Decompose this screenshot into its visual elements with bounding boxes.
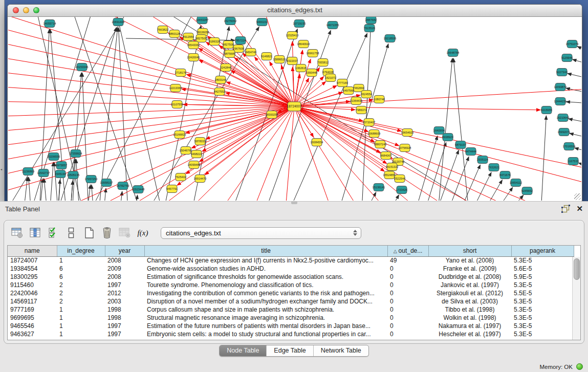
- graph-node-selected[interactable]: 14099489: [188, 161, 201, 169]
- table-row[interactable]: 977716911998Corpus callosum shape and si…: [8, 305, 574, 314]
- graph-node[interactable]: 7632621: [488, 164, 499, 171]
- graph-node-selected[interactable]: 3624554: [361, 91, 372, 98]
- graph-node[interactable]: 9466161: [256, 18, 268, 26]
- graph-node[interactable]: 10653287: [196, 17, 209, 24]
- table-row[interactable]: 911546021997Tourette syndrome. Phenomeno…: [8, 281, 574, 289]
- graph-node[interactable]: 16210643: [557, 114, 570, 122]
- delete-column-button[interactable]: [100, 226, 114, 240]
- window-titlebar[interactable]: citations_edges.txt: [8, 5, 582, 17]
- graph-node[interactable]: 2887682: [365, 17, 377, 24]
- graph-node-selected[interactable]: 22420046: [187, 54, 200, 61]
- graph-node[interactable]: 15992071: [558, 128, 571, 136]
- graph-node-selected[interactable]: 9875685: [224, 50, 235, 58]
- graph-node-selected[interactable]: 2718176: [175, 69, 186, 77]
- graph-node-selected[interactable]: 10107554: [171, 101, 184, 108]
- graph-node[interactable]: 8938923: [442, 134, 453, 141]
- graph-node[interactable]: 14671355: [326, 21, 339, 29]
- graph-node[interactable]: 15136141: [373, 184, 385, 191]
- graph-node[interactable]: 8471676: [499, 171, 511, 179]
- table-row[interactable]: 1456911722003Disruption of a novel membe…: [8, 297, 574, 305]
- graph-node-selected[interactable]: 9457791: [166, 185, 178, 193]
- graph-node[interactable]: 10719155: [293, 20, 306, 28]
- table-row[interactable]: 1830029562008Estimation of significance …: [8, 273, 574, 281]
- tab-edge-table[interactable]: Edge Table: [267, 345, 313, 356]
- graph-node-selected[interactable]: 16151322: [386, 163, 399, 171]
- graph-node-selected[interactable]: 3242844: [220, 64, 231, 72]
- graph-node-selected[interactable]: 16543362: [187, 41, 200, 49]
- graph-node-selected[interactable]: 19384554: [311, 139, 323, 146]
- table-row[interactable]: 1938455462009Genome-wide association stu…: [8, 265, 574, 273]
- table-mode-button[interactable]: [10, 226, 25, 240]
- graph-node-selected[interactable]: 9146821: [261, 53, 272, 60]
- graph-node-selected[interactable]: 7625402: [175, 173, 186, 181]
- graph-node[interactable]: 10654112: [510, 179, 522, 187]
- graph-node-selected[interactable]: 18807243: [374, 141, 387, 148]
- graph-node[interactable]: 15751074: [566, 40, 579, 48]
- window-resize-grip[interactable]: [574, 193, 581, 200]
- graph-node-selected[interactable]: 9860128: [169, 30, 180, 38]
- float-panel-icon[interactable]: [561, 205, 570, 213]
- graph-node-selected[interactable]: 10688609: [368, 130, 381, 138]
- graph-node-selected[interactable]: 1080748: [374, 96, 385, 103]
- graph-node[interactable]: 16648784: [447, 49, 460, 57]
- clear-selection-button[interactable]: [64, 226, 78, 240]
- graph-node-selected[interactable]: 12213363: [169, 84, 182, 92]
- graph-node-selected[interactable]: 1621072: [325, 74, 336, 82]
- table-row[interactable]: 946362711997Embryonic stem cells: a mode…: [8, 330, 574, 338]
- table-row[interactable]: 969969511998Structural magnetic resonanc…: [8, 314, 574, 322]
- scrollbar-thumb[interactable]: [574, 258, 580, 280]
- graph-node[interactable]: 12093872: [554, 83, 567, 91]
- graph-node-selected[interactable]: 7986372: [356, 106, 367, 114]
- graph-node-selected[interactable]: 15720407: [363, 119, 376, 126]
- column-header-out_de[interactable]: △out_de...: [387, 246, 428, 256]
- graph-node-selected[interactable]: 9827508: [223, 41, 234, 49]
- graph-node-selected[interactable]: 15886520: [273, 56, 286, 63]
- select-all-button[interactable]: [46, 226, 60, 240]
- network-canvas[interactable]: 1872400776638229860128891295418226058982…: [8, 17, 581, 201]
- graph-node[interactable]: 20153346: [76, 63, 89, 71]
- table-row[interactable]: 2242004622012Investigating the contribut…: [8, 289, 574, 297]
- graph-node-selected[interactable]: 1362615: [295, 64, 307, 72]
- graph-node-selected[interactable]: 1990448: [306, 69, 317, 77]
- column-header-pagerank[interactable]: pagerank: [511, 246, 574, 256]
- graph-node[interactable]: 1733426: [396, 186, 407, 194]
- graph-node[interactable]: 9474444: [465, 148, 476, 156]
- graph-node-selected[interactable]: 9498222: [191, 150, 202, 158]
- function-builder-button[interactable]: f(x): [136, 226, 150, 240]
- table-selector-dropdown[interactable]: citations_edges.txt: [161, 227, 361, 239]
- graph-node[interactable]: 14055714: [43, 20, 56, 28]
- graph-node-selected[interactable]: 8186328: [209, 38, 220, 46]
- graph-node[interactable]: 9129946: [561, 54, 573, 62]
- graph-node[interactable]: 17957253: [85, 176, 98, 183]
- table-row[interactable]: 1872400712008Changes of HCN gene express…: [8, 256, 574, 265]
- column-header-title[interactable]: title: [144, 246, 387, 256]
- graph-node-selected[interactable]: 9322037: [287, 57, 298, 65]
- graph-node[interactable]: 7857224: [235, 37, 246, 45]
- graph-node-selected[interactable]: 15046766: [180, 147, 192, 155]
- graph-node-selected[interactable]: 8454749: [245, 49, 256, 56]
- graph-node[interactable]: 19218506: [384, 35, 397, 42]
- graph-node-selected[interactable]: 7955812: [317, 59, 329, 67]
- graph-node[interactable]: 7615526: [364, 25, 375, 32]
- graph-node-selected[interactable]: 2522544: [394, 175, 405, 183]
- panel-collapse-handle[interactable]: ◂: [1, 168, 3, 171]
- graph-node[interactable]: 1545194: [55, 170, 66, 178]
- graph-node[interactable]: 9227343: [556, 69, 568, 76]
- graph-node-selected[interactable]: 8912954: [183, 33, 194, 41]
- graph-node[interactable]: 20206556: [48, 153, 60, 161]
- new-column-button[interactable]: [82, 226, 96, 240]
- graph-node[interactable]: 8215955: [541, 106, 552, 114]
- graph-node[interactable]: 12942737: [37, 169, 50, 177]
- graph-node[interactable]: 16782759: [117, 182, 129, 190]
- graph-node-selected[interactable]: 5878333: [194, 138, 206, 145]
- graph-node[interactable]: 12505135: [67, 171, 80, 179]
- column-header-short[interactable]: short: [428, 246, 511, 256]
- table-row[interactable]: 946554611997Estimation of the future num…: [8, 322, 574, 330]
- graph-node-selected[interactable]: 16961758: [307, 50, 319, 57]
- graph-node-selected[interactable]: 12325413: [286, 32, 299, 39]
- graph-node[interactable]: 1640954: [433, 127, 445, 135]
- delete-table-button[interactable]: [118, 226, 132, 240]
- graph-node[interactable]: 6879197: [455, 141, 466, 149]
- graph-node[interactable]: 12444151: [554, 98, 567, 105]
- graph-node-selected[interactable]: 9777169: [337, 79, 348, 87]
